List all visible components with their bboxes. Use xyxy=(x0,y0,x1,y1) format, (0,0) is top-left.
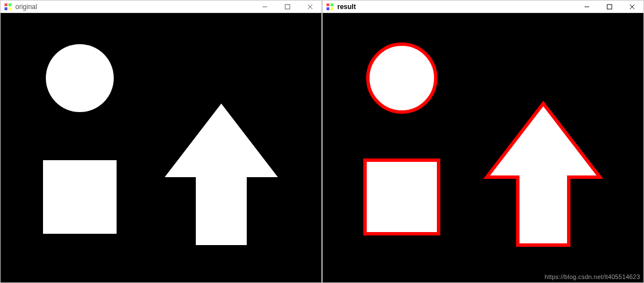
canvas-background xyxy=(1,13,321,282)
svg-rect-11 xyxy=(330,7,333,10)
desktop: original result xyxy=(0,0,644,283)
maximize-icon xyxy=(607,4,612,10)
svg-rect-8 xyxy=(327,3,329,6)
image-canvas-result: https://blog.csdn.net/lt405514623 xyxy=(323,13,643,282)
maximize-button[interactable] xyxy=(598,1,621,13)
minimize-icon xyxy=(262,4,268,10)
titlebar-original[interactable]: original xyxy=(1,1,321,13)
minimize-icon xyxy=(584,4,590,10)
app-icon xyxy=(326,3,334,11)
maximize-button[interactable] xyxy=(276,1,299,13)
svg-rect-0 xyxy=(5,3,7,6)
svg-rect-10 xyxy=(327,7,329,10)
window-original: original xyxy=(0,0,322,283)
svg-rect-9 xyxy=(330,3,333,6)
svg-rect-3 xyxy=(8,7,11,10)
image-canvas-original xyxy=(1,13,321,282)
window-result: result https://blog.csdn.net/lt405514623 xyxy=(322,0,644,283)
maximize-icon xyxy=(285,4,290,10)
svg-rect-1 xyxy=(8,3,11,6)
minimize-button[interactable] xyxy=(254,1,276,13)
close-icon xyxy=(307,4,313,10)
contour-circle xyxy=(368,44,436,112)
svg-rect-13 xyxy=(607,5,612,9)
svg-rect-2 xyxy=(5,7,7,10)
titlebar-result[interactable]: result xyxy=(323,1,643,13)
minimize-button[interactable] xyxy=(576,1,598,13)
window-title: result xyxy=(337,3,356,11)
contour-square xyxy=(365,160,439,234)
watermark-text: https://blog.csdn.net/lt405514623 xyxy=(544,273,640,280)
app-icon xyxy=(4,3,12,11)
svg-rect-5 xyxy=(285,5,290,9)
window-title: original xyxy=(15,3,37,11)
close-icon xyxy=(629,4,635,10)
canvas-background xyxy=(323,13,643,282)
shape-square xyxy=(43,160,117,234)
shape-circle xyxy=(46,44,114,112)
close-button[interactable] xyxy=(299,1,321,13)
close-button[interactable] xyxy=(621,1,643,13)
